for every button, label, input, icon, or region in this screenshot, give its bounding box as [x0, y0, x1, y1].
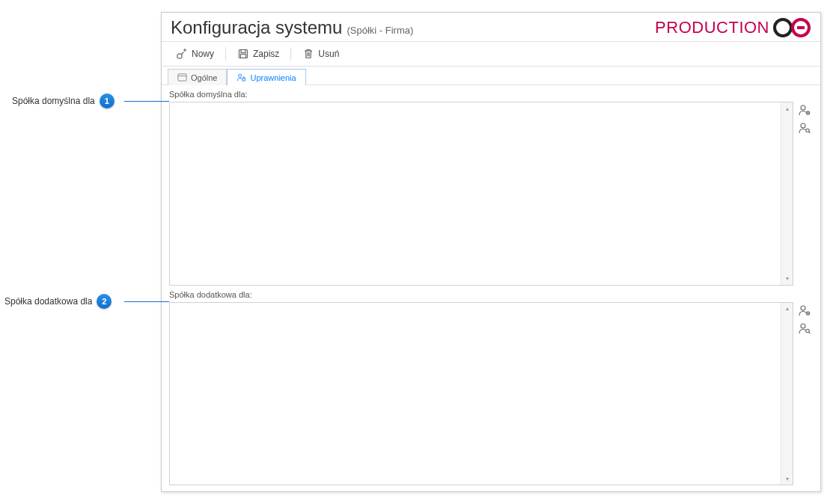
annotation-1-label: Spółka domyślna dla [12, 96, 95, 106]
page-title: Konfiguracja systemu [171, 17, 342, 38]
save-icon [237, 48, 249, 60]
additional-company-list[interactable]: ▴ ▾ [169, 302, 793, 486]
header-left: Konfiguracja systemu (Spółki - Firma) [171, 17, 413, 38]
additional-company-side-icons [796, 302, 813, 486]
delete-button[interactable]: Usuń [296, 45, 346, 63]
header-bar: Konfiguracja systemu (Spółki - Firma) PR… [162, 13, 820, 42]
svg-point-14 [806, 129, 809, 132]
new-button-label: Nowy [192, 49, 214, 59]
svg-point-9 [239, 74, 242, 77]
content-area: Spółka domyślna dla: ▴ ▾ [162, 85, 820, 491]
additional-company-body: ▴ ▾ [169, 302, 813, 486]
page-subtitle: (Spółki - Firma) [347, 25, 413, 36]
save-button-label: Zapisz [253, 49, 279, 59]
add-user-button[interactable] [798, 103, 811, 117]
toolbar-separator [290, 47, 291, 61]
additional-company-scrollbar[interactable]: ▴ ▾ [781, 303, 793, 485]
annotation-2-badge: 2 [97, 294, 112, 309]
scroll-down-icon[interactable]: ▾ [781, 273, 793, 285]
delete-button-label: Usuń [318, 49, 339, 59]
tab-general[interactable]: Ogólne [168, 69, 227, 85]
default-company-side-icons [796, 102, 813, 286]
svg-point-17 [801, 324, 805, 328]
svg-rect-5 [241, 50, 245, 53]
default-company-section: Spółka domyślna dla: ▴ ▾ [169, 90, 813, 286]
additional-company-section: Spółka dodatkowa dla: ▴ ▾ [169, 290, 813, 486]
annotation-1: Spółka domyślna dla 1 [12, 93, 115, 108]
tab-general-label: Ogólne [191, 73, 217, 82]
annotation-2: Spółka dodatkowa dla 2 [4, 294, 112, 309]
search-user-button[interactable] [798, 121, 811, 135]
brand-text: PRODUCTION [655, 18, 769, 37]
new-button[interactable]: Nowy [169, 45, 221, 63]
default-company-list[interactable]: ▴ ▾ [169, 102, 793, 286]
default-company-scrollbar[interactable]: ▴ ▾ [781, 102, 793, 285]
svg-point-18 [806, 329, 809, 332]
scroll-up-icon[interactable]: ▴ [781, 303, 793, 315]
svg-point-3 [177, 54, 182, 58]
additional-company-label: Spółka dodatkowa dla: [169, 290, 813, 299]
window-icon [177, 73, 187, 82]
tab-permissions[interactable]: Uprawnienia [227, 69, 305, 85]
annotation-layer: Spółka domyślna dla 1 Spółka dodatkowa d… [0, 0, 161, 504]
svg-point-11 [801, 105, 805, 110]
svg-rect-7 [178, 74, 186, 81]
annotation-2-label: Spółka dodatkowa dla [4, 296, 92, 307]
trash-icon [302, 48, 314, 60]
tabs-row: Ogólne Uprawnienia [162, 68, 820, 85]
default-company-label: Spółka domyślna dla: [169, 90, 813, 99]
brand-logo-icon [772, 17, 811, 38]
scroll-up-icon[interactable]: ▴ [781, 102, 793, 114]
svg-point-15 [801, 306, 805, 310]
main-window: Konfiguracja systemu (Spółki - Firma) PR… [161, 12, 821, 492]
svg-rect-6 [241, 55, 246, 58]
annotation-1-line [124, 101, 169, 102]
svg-point-13 [801, 123, 805, 128]
search-user-button[interactable] [798, 322, 811, 335]
svg-rect-10 [242, 79, 245, 81]
user-lock-icon [237, 73, 246, 82]
additional-company-list-area[interactable] [170, 303, 781, 485]
toolbar: Nowy Zapisz Usuń [162, 42, 820, 67]
scroll-down-icon[interactable]: ▾ [781, 473, 793, 485]
tab-permissions-label: Uprawnienia [250, 73, 296, 82]
add-user-button[interactable] [798, 304, 811, 317]
default-company-list-area[interactable] [170, 102, 781, 285]
new-icon [176, 48, 188, 60]
default-company-body: ▴ ▾ [169, 102, 813, 286]
annotation-2-line [124, 301, 169, 302]
save-button[interactable]: Zapisz [231, 45, 286, 63]
toolbar-separator [225, 47, 226, 61]
svg-point-0 [775, 19, 791, 36]
annotation-1-badge: 1 [100, 93, 115, 108]
header-right: PRODUCTION [655, 17, 811, 38]
